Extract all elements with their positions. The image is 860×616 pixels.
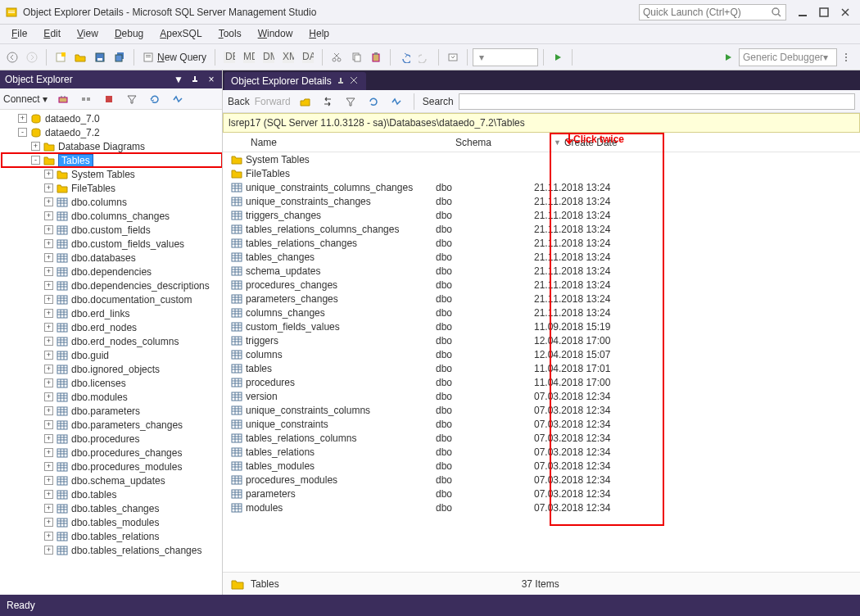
refresh-icon[interactable] [364, 93, 382, 111]
table-row[interactable]: triggers_changesdbo21.11.2018 13:24 [229, 208, 860, 222]
table-row[interactable]: parametersdbo07.03.2018 12:34 [229, 487, 860, 500]
expand-toggle[interactable]: + [44, 378, 53, 387]
pin-icon[interactable] [337, 77, 345, 85]
tree-node[interactable]: +dbo.schema_updates [2, 473, 222, 487]
expand-toggle[interactable]: + [44, 532, 53, 541]
expand-toggle[interactable]: + [44, 295, 53, 304]
expand-toggle[interactable]: + [44, 183, 53, 192]
tree-node[interactable]: +System Tables [2, 167, 222, 181]
tree-node[interactable]: +dbo.ignored_objects [2, 362, 222, 376]
tree-node[interactable]: +dbo.parameters [2, 404, 222, 418]
paste-icon[interactable] [367, 48, 385, 66]
table-row[interactable]: custom_fields_valuesdbo11.09.2018 15:19 [229, 319, 860, 333]
expand-toggle[interactable]: - [31, 156, 40, 165]
tree-node[interactable]: +dbo.columns [2, 195, 222, 209]
maximize-button[interactable] [814, 2, 834, 22]
menu-debug[interactable]: Debug [106, 25, 152, 43]
expand-toggle[interactable]: + [18, 114, 27, 123]
tree-node[interactable]: +dbo.tables_modules [2, 515, 222, 529]
table-row[interactable]: unique_constraintsdbo07.03.2018 12:34 [229, 417, 860, 431]
dax-icon[interactable]: DAX [299, 48, 317, 66]
tree-node[interactable]: +Database Diagrams [2, 139, 222, 153]
table-row[interactable]: unique_constraints_columns_changesdbo21.… [229, 180, 860, 194]
expand-toggle[interactable]: + [44, 420, 53, 429]
table-row[interactable]: tables_relations_changesdbo21.11.2018 13… [229, 236, 860, 250]
back-button[interactable]: Back [228, 96, 250, 107]
activity-icon[interactable] [169, 90, 187, 108]
expand-toggle[interactable]: + [44, 239, 53, 248]
tree-node[interactable]: +dbo.tables_relations_changes [2, 543, 222, 557]
menu-edit[interactable]: Edit [35, 25, 69, 43]
de-icon[interactable]: DE [220, 48, 238, 66]
expand-toggle[interactable]: + [44, 476, 53, 485]
menu-help[interactable]: Help [301, 25, 337, 43]
execute-icon[interactable] [549, 48, 567, 66]
tree-node[interactable]: +dbo.dependencies_descriptions [2, 279, 222, 292]
close-button[interactable] [835, 2, 855, 22]
tree-node[interactable]: +dbo.erd_links [2, 306, 222, 320]
xmla-icon[interactable]: XMLA [279, 48, 297, 66]
table-row[interactable]: unique_constraints_changesdbo21.11.2018 … [229, 194, 860, 208]
expand-toggle[interactable]: + [44, 225, 53, 234]
connect-button[interactable]: Connect ▾ [3, 93, 48, 105]
expand-toggle[interactable]: + [44, 211, 53, 220]
grid-body[interactable]: System TablesFileTablesunique_constraint… [223, 152, 860, 572]
search-input[interactable] [459, 94, 854, 109]
table-row[interactable]: tables_modulesdbo07.03.2018 12:34 [229, 459, 860, 473]
table-row[interactable]: modulesdbo07.03.2018 12:34 [229, 500, 860, 514]
breadcrumb[interactable]: lsrep17 (SQL Server 11.0.3128 - sa)\Data… [223, 113, 860, 133]
nav-back-button[interactable] [3, 48, 21, 66]
tree-node[interactable]: +dbo.tables [2, 487, 222, 501]
minimize-button[interactable] [793, 2, 812, 22]
tree-node[interactable]: -Tables [2, 153, 222, 167]
table-row[interactable]: triggersdbo12.04.2018 17:00 [229, 333, 860, 347]
tree-node[interactable]: +dbo.custom_fields [2, 223, 222, 237]
undo-icon[interactable] [396, 48, 414, 66]
stop-icon[interactable] [100, 90, 118, 108]
expand-toggle[interactable]: + [44, 392, 53, 401]
sync-icon[interactable] [319, 93, 337, 111]
debug-play-icon[interactable] [719, 48, 737, 66]
redo-icon[interactable] [415, 48, 433, 66]
tree-node[interactable]: +dbo.custom_fields_values [2, 237, 222, 251]
dropdown-icon[interactable]: ▼ [173, 74, 184, 85]
column-header-name[interactable]: Name [244, 137, 449, 148]
close-icon[interactable]: × [206, 74, 217, 85]
connect-icon[interactable] [54, 90, 72, 108]
table-row[interactable]: procedures_modulesdbo07.03.2018 12:34 [229, 473, 860, 487]
table-row[interactable]: columns_changesdbo21.11.2018 13:24 [229, 306, 860, 319]
menu-view[interactable]: View [69, 25, 106, 43]
tree-node[interactable]: +dbo.erd_nodes [2, 320, 222, 334]
nav-forward-button[interactable] [23, 48, 41, 66]
expand-toggle[interactable]: - [18, 128, 27, 137]
expand-toggle[interactable]: + [44, 281, 53, 290]
expand-toggle[interactable]: + [44, 518, 53, 527]
expand-toggle[interactable]: + [44, 448, 53, 457]
refresh-icon[interactable] [146, 90, 164, 108]
tree-node[interactable]: -dataedo_7.2 [2, 125, 222, 139]
table-row[interactable]: parameters_changesdbo21.11.2018 13:24 [229, 292, 860, 306]
dmx-icon[interactable]: DMX [260, 48, 278, 66]
up-icon[interactable] [296, 93, 314, 111]
tree-node[interactable]: +dbo.columns_changes [2, 209, 222, 223]
table-row[interactable]: tablesdbo11.04.2018 17:01 [229, 361, 860, 375]
expand-toggle[interactable]: + [44, 490, 53, 499]
find-icon[interactable] [444, 48, 462, 66]
db-dropdown[interactable]: ▾ [473, 48, 538, 66]
table-row[interactable]: System Tables [229, 152, 860, 166]
expand-toggle[interactable]: + [44, 253, 53, 262]
expand-toggle[interactable]: + [44, 504, 53, 513]
new-query-button[interactable]: NNew Queryew Query [139, 50, 210, 65]
expand-toggle[interactable]: + [44, 406, 53, 415]
tree-node[interactable]: +dbo.procedures [2, 432, 222, 446]
quick-launch-input[interactable] [643, 7, 771, 18]
tree-node[interactable]: +FileTables [2, 181, 222, 195]
quick-launch[interactable] [639, 4, 786, 20]
table-row[interactable]: FileTables [229, 166, 860, 180]
save-icon[interactable] [91, 48, 109, 66]
search-box[interactable] [459, 93, 855, 110]
tree-node[interactable]: +dbo.dependencies [2, 265, 222, 279]
table-row[interactable]: tables_relationsdbo07.03.2018 12:34 [229, 445, 860, 459]
copy-icon[interactable] [347, 48, 365, 66]
tree-node[interactable]: +dbo.parameters_changes [2, 418, 222, 432]
